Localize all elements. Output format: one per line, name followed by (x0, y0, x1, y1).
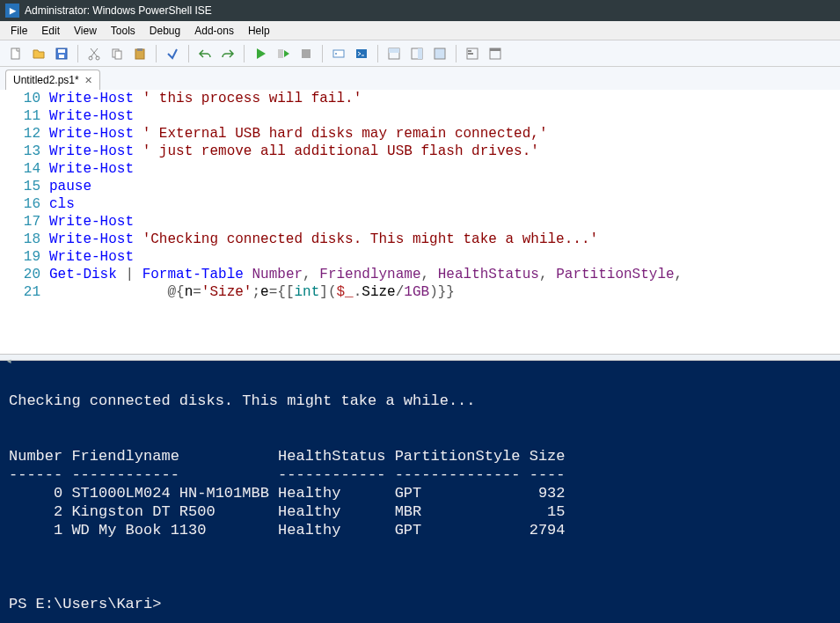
code-line[interactable]: cls (49, 195, 840, 213)
new-remote-tab-button[interactable] (328, 43, 349, 64)
menu-bar: File Edit View Tools Debug Add-ons Help (0, 21, 840, 40)
svg-rect-24 (490, 48, 500, 51)
script-editor[interactable]: 101112131415161718192021 Write-Host ' th… (0, 90, 840, 354)
console-line (9, 429, 831, 447)
cut-button[interactable] (84, 43, 105, 64)
console-line (9, 410, 831, 429)
svg-rect-10 (278, 49, 283, 58)
line-number-gutter: 101112131415161718192021 (0, 90, 49, 301)
console-line (9, 373, 831, 392)
menu-view[interactable]: View (67, 22, 104, 40)
code-line[interactable]: Write-Host ' just remove all additional … (49, 143, 840, 160)
show-script-pane-top-button[interactable] (383, 43, 405, 64)
console-line: PS E:\Users\Kari> (9, 595, 831, 613)
line-number: 17 (0, 213, 40, 231)
line-number: 11 (0, 107, 40, 125)
console-pane[interactable]: Checking connected disks. This might tak… (0, 361, 840, 623)
menu-tools[interactable]: Tools (104, 22, 142, 40)
line-number: 19 (0, 248, 40, 266)
console-line (9, 558, 831, 576)
undo-button[interactable] (194, 43, 215, 64)
toolbar-separator (456, 45, 457, 62)
close-icon[interactable]: ✕ (84, 75, 92, 86)
console-line (9, 539, 831, 558)
open-file-button[interactable] (28, 43, 49, 64)
toolbar-separator (322, 45, 323, 62)
code-line[interactable]: Write-Host (49, 160, 840, 178)
code-line[interactable]: Write-Host (49, 213, 840, 231)
toolbar-separator (377, 45, 378, 62)
menu-file[interactable]: File (4, 22, 34, 40)
svg-rect-12 (333, 50, 344, 57)
line-number: 12 (0, 125, 40, 143)
code-line[interactable]: Write-Host (49, 248, 840, 266)
tab-strip: Untitled2.ps1* ✕ (0, 67, 840, 90)
run-selection-button[interactable] (273, 43, 294, 64)
svg-rect-16 (389, 48, 399, 53)
paste-button[interactable] (129, 43, 150, 64)
show-command-window-button[interactable] (485, 43, 506, 64)
run-script-button[interactable] (250, 43, 271, 64)
console-line: 0 ST1000LM024 HN-M101MBB Healthy GPT 932 (9, 484, 831, 502)
code-line[interactable]: Write-Host ' this process will fail.' (49, 90, 840, 107)
console-line: 2 Kingston DT R500 Healthy MBR 15 (9, 502, 831, 521)
copy-button[interactable] (106, 43, 128, 64)
console-line: 1 WD My Book 1130 Healthy GPT 2794 (9, 521, 831, 539)
window-title: Administrator: Windows PowerShell ISE (25, 4, 212, 17)
svg-rect-14 (356, 49, 367, 58)
new-file-button[interactable] (5, 43, 26, 64)
svg-rect-22 (468, 53, 473, 55)
code-line[interactable]: Write-Host 'Checking connected disks. Th… (49, 231, 840, 248)
toolbar-separator (188, 45, 189, 62)
code-line[interactable]: Write-Host (49, 107, 840, 125)
clear-console-button[interactable] (162, 43, 183, 64)
code-line[interactable]: pause (49, 178, 840, 195)
svg-rect-0 (11, 48, 19, 59)
code-line[interactable]: Write-Host ' External USB hard disks may… (49, 125, 840, 143)
save-button[interactable] (51, 43, 72, 64)
line-number: 16 (0, 195, 40, 213)
console-line: Checking connected disks. This might tak… (9, 392, 831, 410)
toolbar-separator (244, 45, 245, 62)
start-powershell-button[interactable] (351, 43, 372, 64)
svg-rect-19 (435, 48, 445, 59)
show-script-pane-max-button[interactable] (429, 43, 450, 64)
line-number: 10 (0, 90, 40, 107)
pane-splitter[interactable]: ◂ (0, 354, 840, 361)
toolbar (0, 40, 840, 67)
title-bar: ▶ Administrator: Windows PowerShell ISE (0, 0, 840, 21)
code-line[interactable]: @{n='Size';e={[int]($_.Size/1GB)}} (49, 283, 840, 301)
svg-rect-18 (418, 48, 422, 59)
svg-rect-3 (59, 55, 64, 58)
toolbar-separator (77, 45, 78, 62)
svg-rect-21 (468, 50, 471, 52)
splitter-handle-icon: ◂ (7, 356, 11, 365)
code-line[interactable]: Get-Disk | Format-Table Number, Friendly… (49, 266, 840, 283)
svg-rect-9 (137, 48, 142, 51)
line-number: 20 (0, 266, 40, 283)
svg-rect-2 (58, 49, 65, 53)
powershell-icon: ▶ (5, 4, 19, 18)
show-command-addon-button[interactable] (462, 43, 483, 64)
line-number: 18 (0, 231, 40, 248)
menu-edit[interactable]: Edit (34, 22, 67, 40)
line-number: 13 (0, 143, 40, 160)
show-script-pane-right-button[interactable] (406, 43, 427, 64)
svg-rect-7 (115, 51, 121, 59)
svg-point-13 (335, 53, 337, 55)
code-area[interactable]: Write-Host ' this process will fail.'Wri… (49, 90, 840, 301)
console-line (9, 576, 831, 595)
menu-help[interactable]: Help (241, 22, 277, 40)
menu-debug[interactable]: Debug (142, 22, 187, 40)
line-number: 14 (0, 160, 40, 178)
line-number: 21 (0, 283, 40, 301)
toolbar-separator (156, 45, 157, 62)
console-line: ------ ------------ ------------ -------… (9, 465, 831, 484)
stop-button[interactable] (296, 43, 317, 64)
console-line: Number Friendlyname HealthStatus Partiti… (9, 447, 831, 465)
menu-addons[interactable]: Add-ons (187, 22, 241, 40)
line-number: 15 (0, 178, 40, 195)
tab-label: Untitled2.ps1* (13, 74, 79, 86)
tab-untitled2[interactable]: Untitled2.ps1* ✕ (5, 70, 100, 90)
redo-button[interactable] (217, 43, 238, 64)
